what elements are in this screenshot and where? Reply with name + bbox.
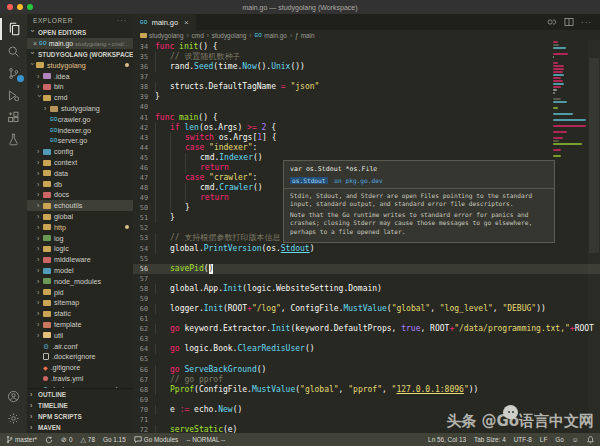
open-changes-icon[interactable]	[547, 14, 557, 31]
tree-item-pid[interactable]: ›pid	[27, 287, 133, 298]
tree-item-context[interactable]: ›context	[27, 157, 133, 168]
account-icon[interactable]	[0, 385, 27, 407]
code-line-44[interactable]: 44case "indexer":	[133, 143, 600, 153]
tab-close-icon[interactable]: ×	[184, 18, 189, 27]
explorer-more-actions-icon[interactable]: ···	[117, 17, 127, 24]
code-line-39[interactable]: 39}	[133, 92, 600, 102]
code-line-69[interactable]: 69	[133, 395, 600, 405]
code-line-42[interactable]: 42if len(os.Args) >= 2 {	[133, 123, 600, 133]
tree-item-bin[interactable]: ›bin	[27, 82, 133, 93]
settings-gear-icon[interactable]	[0, 407, 27, 429]
tree-item-logic[interactable]: ›logic	[27, 244, 133, 255]
split-editor-icon[interactable]	[564, 14, 574, 31]
code-line-56[interactable]: 56savePid()	[133, 264, 600, 274]
breadcrumb-item-main.go[interactable]: GOmain.go	[254, 32, 287, 39]
code-line-60[interactable]: 60logger.Init(ROOT+"/log", ConfigFile.Mu…	[133, 304, 600, 314]
tree-item-http[interactable]: ›http	[27, 222, 133, 233]
code-line-54[interactable]: 54global.PrintVersion(os.Stdout)	[133, 244, 600, 254]
status-item-78[interactable]: △78	[80, 436, 95, 443]
open-editors-section-header[interactable]: › OPEN EDITORS	[27, 27, 133, 38]
editor-scrollbar[interactable]	[588, 40, 600, 433]
code-line-58[interactable]: 58global.App.Init(logic.WebsiteSetting.D…	[133, 284, 600, 294]
status-item-utf-8[interactable]: UTF-8	[514, 436, 532, 443]
close-editor-icon[interactable]: ×	[33, 40, 37, 47]
code-editor[interactable]: var os.Stdout *os.File os.Stdout on pkg.…	[133, 40, 600, 433]
tree-item-cmd[interactable]: ›cmd	[27, 92, 133, 103]
code-line-67[interactable]: 67// go pprof	[133, 375, 600, 385]
breadcrumb-item-cmd[interactable]: cmd	[192, 32, 204, 39]
status-item-go[interactable]: Go	[555, 436, 564, 443]
tree-item-server.go[interactable]: GOserver.go	[27, 136, 133, 147]
run-debug-icon[interactable]	[0, 84, 27, 106]
status-item-master-[interactable]: master*	[6, 435, 37, 444]
tree-item-config[interactable]: ›config	[27, 146, 133, 157]
tree-item-db[interactable]: ›db	[27, 179, 133, 190]
tree-item-log[interactable]: ›log	[27, 233, 133, 244]
code-line-59[interactable]: 59	[133, 294, 600, 304]
tree-item-data[interactable]: ›data	[27, 168, 133, 179]
more-actions-icon[interactable]: ···	[581, 18, 592, 27]
pkg-go-dev-link[interactable]: on pkg.go.dev	[334, 177, 382, 184]
code-line-63[interactable]: 63	[133, 334, 600, 344]
breadcrumb-item-main[interactable]: ƒmain	[295, 32, 314, 39]
tree-item-util[interactable]: ›util	[27, 330, 133, 341]
section-header-npm-scripts[interactable]: ›NPM SCRIPTS	[27, 411, 133, 422]
code-line-68[interactable]: 68Pprof(ConfigFile.MustValue("global", "…	[133, 385, 600, 395]
code-line-64[interactable]: 64go logic.Book.ClearRedisUser()	[133, 344, 600, 354]
status-item-go-modules[interactable]: Go Modules	[134, 436, 178, 444]
tree-item-studygolang[interactable]: ›studygolang	[27, 60, 133, 71]
open-editor-main-go[interactable]: × GO main.go studygolang • cmd/...	[27, 38, 133, 49]
explorer-icon[interactable]	[0, 18, 27, 40]
code-line-57[interactable]: 57	[133, 274, 600, 284]
tree-item-.idea[interactable]: ›.idea	[27, 71, 133, 82]
code-line-36[interactable]: 36rand.Seed(time.Now().Unix())	[133, 62, 600, 72]
tree-item-middleware[interactable]: ›middleware	[27, 254, 133, 265]
code-line-34[interactable]: 34func init() {	[133, 42, 600, 52]
status-item-ln-56-col-13[interactable]: Ln 56, Col 13	[428, 436, 466, 443]
code-line-61[interactable]: 61	[133, 314, 600, 324]
minimap[interactable]	[553, 41, 587, 158]
status-item-smiley[interactable]: ☺	[572, 436, 579, 443]
search-icon[interactable]	[0, 40, 27, 62]
code-line-37[interactable]: 37	[133, 72, 600, 82]
status-item-tab-size-4[interactable]: Tab Size: 4	[474, 436, 506, 443]
code-line-66[interactable]: 66go ServeBackGround()	[133, 365, 600, 375]
section-header-timeline[interactable]: ›TIMELINE	[27, 400, 133, 411]
code-line-41[interactable]: 41func main() {	[133, 113, 600, 123]
code-line-65[interactable]: 65	[133, 354, 600, 364]
section-header-outline[interactable]: ›OUTLINE	[27, 389, 133, 400]
tree-item-template[interactable]: ›template	[27, 319, 133, 330]
testing-icon[interactable]	[0, 128, 27, 150]
tree-item-.travis.yml[interactable]: .travis.yml	[27, 373, 133, 384]
scrollbar-thumb[interactable]	[589, 58, 599, 253]
status-item-bell[interactable]	[587, 435, 594, 443]
tree-item-.air.conf[interactable]: ⚙.air.conf	[27, 341, 133, 352]
breadcrumb-item-studygolang[interactable]: studygolang	[212, 32, 246, 39]
status-item--normal-[interactable]: -- NORMAL --	[186, 436, 225, 443]
tree-item-model[interactable]: ›model	[27, 265, 133, 276]
tree-item-indexer.go[interactable]: GOindexer.go	[27, 125, 133, 136]
tree-item-node_modules[interactable]: ›node_modules	[27, 276, 133, 287]
code-line-62[interactable]: 62go keyword.Extractor.Init(keyword.Defa…	[133, 324, 600, 334]
source-control-icon[interactable]	[0, 62, 27, 84]
code-line-43[interactable]: 43switch os.Args[1] {	[133, 133, 600, 143]
code-line-40[interactable]: 40	[133, 102, 600, 112]
status-item-go-1-15[interactable]: Go 1.15	[103, 436, 126, 443]
tree-item-static[interactable]: ›static	[27, 308, 133, 319]
status-item-lf[interactable]: LF	[540, 436, 547, 443]
section-header-maven[interactable]: ›MAVEN	[27, 422, 133, 433]
status-item-sync[interactable]	[45, 435, 53, 443]
tree-item-global[interactable]: ›global	[27, 211, 133, 222]
tree-item-.gitignore[interactable]: ◆.gitignore	[27, 362, 133, 373]
tree-item-echoutils[interactable]: ›echoutils	[27, 200, 133, 211]
extensions-icon[interactable]	[0, 106, 27, 128]
tree-item-.dockerignore[interactable]: .dockerignore	[27, 352, 133, 363]
code-line-38[interactable]: 38structs.DefaultTagName = "json"	[133, 82, 600, 92]
tree-item-crawler.go[interactable]: GOcrawler.go	[27, 114, 133, 125]
status-item-0[interactable]: ⊘0	[61, 436, 72, 443]
tree-item-docs[interactable]: ›docs	[27, 190, 133, 201]
tree-item-sitemap[interactable]: ›sitemap	[27, 298, 133, 309]
tab-main-go[interactable]: GO main.go ×	[133, 14, 196, 30]
breadcrumb-item-studygolang[interactable]: studygolang	[140, 32, 183, 39]
code-line-55[interactable]: 55	[133, 254, 600, 264]
